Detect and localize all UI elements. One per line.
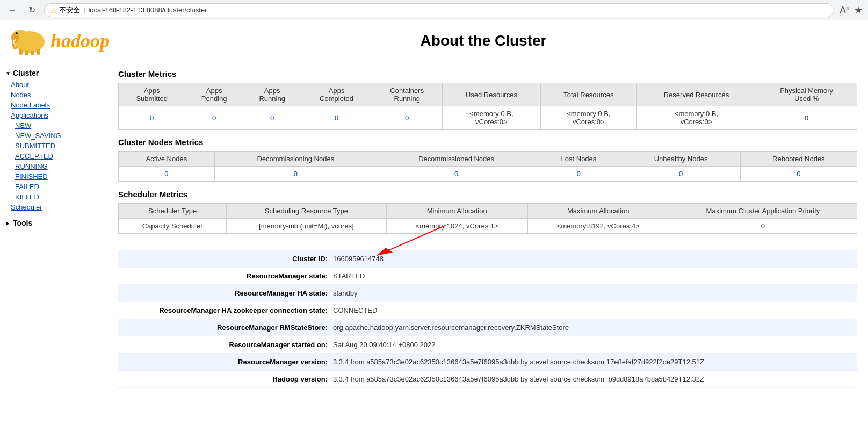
sidebar-item-new-saving[interactable]: NEW_SAVING bbox=[11, 131, 107, 141]
bookmark-icon[interactable]: ★ bbox=[854, 4, 863, 16]
sidebar-item-accepted[interactable]: ACCEPTED bbox=[11, 151, 107, 161]
col-lost-nodes: Lost Nodes bbox=[536, 152, 621, 167]
sidebar-tools-section: ► Tools bbox=[0, 217, 107, 229]
rm-version-label: ResourceManager version: bbox=[129, 358, 333, 366]
rm-ha-state-label: ResourceManager HA state: bbox=[129, 289, 333, 297]
back-button[interactable]: ← bbox=[5, 3, 19, 17]
browser-toolbar: Aᵃ ★ bbox=[840, 4, 863, 16]
col-apps-completed: AppsCompleted bbox=[301, 83, 372, 106]
main-layout: ▼ Cluster About Nodes Node Labels Applic… bbox=[0, 61, 868, 445]
hadoop-logo-elephant bbox=[11, 26, 48, 55]
col-active-nodes: Active Nodes bbox=[119, 152, 215, 167]
col-decommissioning-nodes: Decommissioning Nodes bbox=[214, 152, 377, 167]
url-separator: | bbox=[83, 6, 85, 14]
sidebar-item-scheduler[interactable]: Scheduler bbox=[0, 202, 107, 212]
val-active-nodes[interactable]: 0 bbox=[119, 167, 215, 182]
sidebar-item-submitted[interactable]: SUBMITTED bbox=[11, 141, 107, 151]
refresh-button[interactable]: ↻ bbox=[25, 3, 39, 17]
cluster-arrow-icon: ▼ bbox=[5, 70, 11, 76]
rm-store-label: ResourceManager RMStateStore: bbox=[129, 323, 333, 332]
val-max-allocation: <memory:8192, vCores:4> bbox=[527, 219, 669, 234]
logo-text: hadoop bbox=[50, 30, 110, 52]
font-icon[interactable]: Aᵃ bbox=[840, 4, 850, 16]
sidebar-cluster-header[interactable]: ▼ Cluster bbox=[0, 67, 107, 80]
sidebar-item-node-labels[interactable]: Node Labels bbox=[0, 100, 107, 110]
sidebar-item-killed[interactable]: KILLED bbox=[11, 192, 107, 202]
val-apps-completed[interactable]: 0 bbox=[301, 106, 372, 130]
rm-state-value: STARTED bbox=[333, 272, 365, 280]
svg-rect-6 bbox=[25, 51, 28, 55]
sidebar-item-finished[interactable]: FINISHED bbox=[11, 171, 107, 182]
col-min-allocation: Minimum Allocation bbox=[386, 204, 527, 219]
col-total-resources: Total Resources bbox=[540, 83, 636, 106]
col-apps-submitted: AppsSubmitted bbox=[119, 83, 185, 106]
col-rebooted-nodes: Rebooted Nodes bbox=[740, 152, 857, 167]
rm-started-value: Sat Aug 20 09:40:14 +0800 2022 bbox=[333, 341, 435, 349]
rm-store-value: org.apache.hadoop.yarn.server.resourcema… bbox=[333, 323, 569, 332]
cluster-metrics-title: Cluster Metrics bbox=[118, 69, 857, 78]
sidebar-cluster-label: Cluster bbox=[13, 69, 39, 77]
val-rebooted-nodes[interactable]: 0 bbox=[740, 167, 857, 182]
scheduler-metrics-table: Scheduler Type Scheduling Resource Type … bbox=[118, 203, 857, 234]
info-row-rm-started: ResourceManager started on: Sat Aug 20 0… bbox=[118, 336, 857, 354]
url-text: local-168-182-113:8088/cluster/cluster bbox=[88, 6, 207, 14]
val-unhealthy-nodes[interactable]: 0 bbox=[621, 167, 740, 182]
address-bar[interactable]: △ 不安全 | local-168-182-113:8088/cluster/c… bbox=[44, 3, 834, 17]
val-apps-pending[interactable]: 0 bbox=[185, 106, 243, 130]
rm-started-label: ResourceManager started on: bbox=[129, 341, 333, 349]
svg-rect-5 bbox=[19, 49, 23, 55]
sidebar-item-nodes[interactable]: Nodes bbox=[0, 90, 107, 100]
col-scheduling-resource-type: Scheduling Resource Type bbox=[227, 204, 386, 219]
sidebar-tools-header[interactable]: ► Tools bbox=[0, 217, 107, 229]
val-apps-running[interactable]: 0 bbox=[243, 106, 301, 130]
browser-chrome: ← ↻ △ 不安全 | local-168-182-113:8088/clust… bbox=[0, 0, 868, 20]
sidebar-apps-submenu: NEW NEW_SAVING SUBMITTED ACCEPTED RUNNIN… bbox=[0, 120, 107, 202]
col-apps-running: AppsRunning bbox=[243, 83, 301, 106]
rm-state-label: ResourceManager state: bbox=[129, 272, 333, 280]
col-decommissioned-nodes: Decommissioned Nodes bbox=[377, 152, 536, 167]
val-lost-nodes[interactable]: 0 bbox=[536, 167, 621, 182]
cluster-nodes-table: Active Nodes Decommissioning Nodes Decom… bbox=[118, 151, 857, 182]
svg-rect-7 bbox=[31, 51, 34, 55]
val-reserved-resources: <memory:0 B,vCores:0> bbox=[636, 106, 756, 130]
rm-ha-state-value: standby bbox=[333, 289, 358, 297]
rm-version-value: 3.3.4 from a585a73c3e02ac62350c136643a5e… bbox=[333, 358, 704, 366]
svg-point-4 bbox=[16, 32, 18, 34]
val-decommissioned-nodes[interactable]: 0 bbox=[377, 167, 536, 182]
val-decommissioning-nodes[interactable]: 0 bbox=[214, 167, 377, 182]
tools-arrow-icon: ► bbox=[5, 220, 11, 226]
val-apps-submitted[interactable]: 0 bbox=[119, 106, 185, 130]
info-row-cluster-id: Cluster ID: 1660959614748 bbox=[118, 250, 857, 268]
col-physical-memory: Physical MemoryUsed % bbox=[756, 83, 857, 106]
content-area: Cluster Metrics AppsSubmitted AppsPendin… bbox=[107, 61, 868, 445]
sidebar-item-new[interactable]: NEW bbox=[11, 120, 107, 131]
cluster-metrics-table: AppsSubmitted AppsPending AppsRunning Ap… bbox=[118, 83, 857, 130]
sidebar-item-running[interactable]: RUNNING bbox=[11, 161, 107, 171]
col-containers-running: ContainersRunning bbox=[372, 83, 442, 106]
sidebar-tools-label: Tools bbox=[13, 219, 32, 227]
val-containers-running[interactable]: 0 bbox=[372, 106, 442, 130]
scheduler-metrics-row: Capacity Scheduler [memory-mb (unit=Mi),… bbox=[119, 219, 857, 234]
val-physical-memory: 0 bbox=[756, 106, 857, 130]
sidebar-item-failed[interactable]: FAILED bbox=[11, 182, 107, 192]
rm-ha-zk-label: ResourceManager HA zookeeper connection … bbox=[129, 306, 333, 314]
security-warning-text: 不安全 bbox=[59, 5, 80, 15]
info-row-rm-ha-zk: ResourceManager HA zookeeper connection … bbox=[118, 302, 857, 319]
cluster-id-value: 1660959614748 bbox=[333, 255, 384, 263]
cluster-id-label: Cluster ID: bbox=[129, 255, 333, 263]
scheduler-metrics-title: Scheduler Metrics bbox=[118, 190, 857, 199]
cluster-nodes-row: 0 0 0 0 0 0 bbox=[119, 167, 857, 182]
page-title: About the Cluster bbox=[110, 32, 857, 49]
info-row-rm-store: ResourceManager RMStateStore: org.apache… bbox=[118, 319, 857, 336]
page-header: hadoop About the Cluster bbox=[0, 20, 868, 61]
col-max-allocation: Maximum Allocation bbox=[527, 204, 669, 219]
sidebar-item-applications[interactable]: Applications bbox=[0, 110, 107, 120]
sidebar-cluster-section: ▼ Cluster About Nodes Node Labels Applic… bbox=[0, 67, 107, 212]
logo-area: hadoop bbox=[11, 26, 110, 55]
cluster-nodes-metrics-title: Cluster Nodes Metrics bbox=[118, 138, 857, 147]
info-row-rm-version: ResourceManager version: 3.3.4 from a585… bbox=[118, 354, 857, 371]
col-scheduler-type: Scheduler Type bbox=[119, 204, 227, 219]
cluster-metrics-row: 0 0 0 0 0 <memory:0 B,vCores:0> <memory:… bbox=[119, 106, 857, 130]
val-max-cluster-priority: 0 bbox=[669, 219, 857, 234]
sidebar-item-about[interactable]: About bbox=[0, 80, 107, 90]
